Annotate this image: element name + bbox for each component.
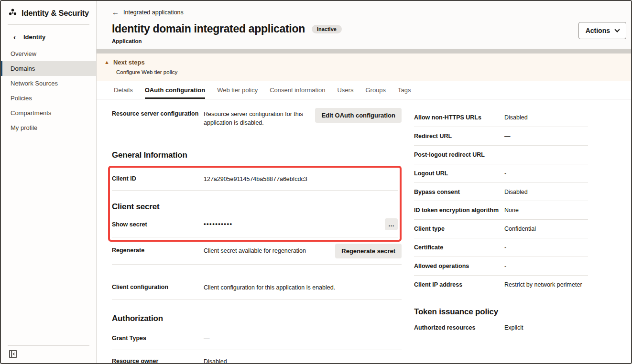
resource-owner-row: Resource owner Disabled — [112, 350, 402, 363]
field-value: Restrict by network perimeter — [504, 281, 582, 289]
client-configuration-row: Client configuration Client configuratio… — [112, 276, 402, 299]
banner-title: Next steps — [113, 59, 145, 66]
tab-web-tier-policy[interactable]: Web tier policy — [217, 81, 258, 99]
client-id-value: 127a2905e9114574ba58877a6ebfcdc3 — [204, 175, 307, 183]
back-arrow-icon: ← — [112, 9, 119, 16]
tab-bar: Details OAuth configuration Web tier pol… — [97, 81, 631, 99]
tab-oauth-configuration[interactable]: OAuth configuration — [145, 81, 205, 99]
header-shadow-strip — [97, 49, 631, 54]
field-label: Resource owner — [112, 357, 204, 363]
tab-users[interactable]: Users — [337, 81, 353, 99]
collapse-sidebar-button[interactable] — [1, 346, 17, 360]
sidebar-item-policies[interactable]: Policies — [1, 91, 96, 106]
actions-label: Actions — [586, 27, 610, 34]
field-label: Allow non-HTTPS URLs — [414, 114, 504, 122]
field-label: Post-logout redirect URL — [414, 151, 504, 159]
field-label: Resource server configuration — [112, 110, 204, 118]
field-label: Client type — [414, 225, 504, 233]
field-value: Resource server configuration for this a… — [204, 110, 315, 127]
banner-message[interactable]: Configure Web tier policy — [116, 69, 631, 75]
oauth-details-column: Allow non-HTTPS URLs Disabled Redirect U… — [414, 99, 588, 363]
id-token-encryption-row: ID token encryption algorithm None — [414, 201, 588, 220]
main-area: ← Integrated applications Identity domai… — [97, 1, 631, 363]
tab-groups[interactable]: Groups — [365, 81, 386, 99]
tab-content: Resource server configuration Resource s… — [97, 99, 631, 363]
sidebar-footer — [1, 345, 96, 363]
post-logout-redirect-url-row: Post-logout redirect URL — — [414, 146, 588, 164]
field-label: Client ID — [112, 175, 204, 183]
allow-non-https-row: Allow non-HTTPS URLs Disabled — [414, 104, 588, 127]
field-label: Grant Types — [112, 334, 204, 343]
field-value: — — [504, 151, 511, 159]
breadcrumb-label: Integrated applications — [123, 9, 184, 16]
sidebar-item-compartments[interactable]: Compartments — [1, 106, 96, 120]
sidebar-item-my-profile[interactable]: My profile — [1, 120, 96, 135]
client-id-row: Client ID 127a2905e9114574ba58877a6ebfcd… — [112, 168, 398, 191]
field-label: Certificate — [414, 244, 504, 252]
masked-secret-value: •••••••••• — [204, 221, 233, 227]
regenerate-secret-button[interactable]: Regenerate secret — [335, 244, 402, 258]
logout-url-row: Logout URL - — [414, 164, 588, 183]
authorization-heading: Authorization — [112, 314, 402, 323]
show-secret-row: Show secret •••••••••• … — [112, 214, 398, 237]
allowed-operations-row: Allowed operations - — [414, 257, 588, 276]
field-label: Client IP address — [414, 281, 504, 289]
authorized-resources-row: Authorized resources Explicit — [414, 319, 588, 337]
token-issuance-policy-heading: Token issuance policy — [414, 307, 588, 317]
field-label: ID token encryption algorithm — [414, 206, 504, 214]
field-value: None — [504, 206, 519, 214]
field-value: Explicit — [504, 324, 523, 332]
tab-tags[interactable]: Tags — [398, 81, 411, 99]
field-value: - — [504, 244, 506, 252]
field-value: - — [504, 262, 506, 270]
field-label: Show secret — [112, 221, 204, 229]
field-label: Logout URL — [414, 170, 504, 178]
sidebar-header: Identity & Security — [1, 1, 96, 24]
tab-details[interactable]: Details — [114, 81, 133, 99]
client-secret-heading: Client secret — [112, 202, 398, 212]
chevron-down-icon — [614, 27, 620, 32]
next-steps-banner: ▲ Next steps Configure Web tier policy — [97, 54, 631, 81]
annotation-highlight-box: Client ID 127a2905e9114574ba58877a6ebfcd… — [108, 166, 402, 242]
grant-types-row: Grant Types — — [112, 327, 402, 350]
field-value: Confidential — [504, 225, 536, 233]
nav-back-identity[interactable]: ‹ Identity — [1, 25, 96, 46]
sidebar-item-overview[interactable]: Overview — [1, 46, 96, 61]
regenerate-row: Regenerate Client secret available for r… — [112, 242, 402, 265]
field-label: Client configuration — [112, 283, 204, 292]
sidebar-item-domains[interactable]: Domains — [1, 61, 96, 76]
field-value: Client configuration for this applicatio… — [204, 283, 335, 292]
chevron-left-icon: ‹ — [13, 33, 16, 41]
page-title: Identity domain integrated application — [112, 22, 305, 35]
page-subtitle: Application — [112, 38, 623, 44]
general-information-heading: General Information — [112, 150, 402, 160]
actions-button[interactable]: Actions — [578, 22, 626, 39]
breadcrumb[interactable]: ← Integrated applications — [112, 9, 184, 16]
identity-security-icon — [8, 8, 17, 18]
show-secret-more-button[interactable]: … — [385, 218, 398, 230]
field-value: Disabled — [504, 188, 528, 196]
sidebar-title: Identity & Security — [22, 9, 89, 18]
field-value: Disabled — [504, 114, 528, 122]
collapse-panel-icon — [9, 352, 17, 359]
redirect-url-row: Redirect URL — — [414, 127, 588, 146]
bypass-consent-row: Bypass consent Disabled — [414, 183, 588, 202]
tab-consent-information[interactable]: Consent information — [270, 81, 325, 99]
field-label: Authorized resources — [414, 324, 504, 332]
field-label: Allowed operations — [414, 262, 504, 270]
sidebar: Identity & Security ‹ Identity Overview … — [1, 1, 97, 363]
client-ip-address-row: Client IP address Restrict by network pe… — [414, 276, 588, 294]
sidebar-nav: Overview Domains Network Sources Policie… — [1, 46, 96, 135]
field-value: — — [204, 334, 210, 343]
app-window: Identity & Security ‹ Identity Overview … — [0, 0, 632, 364]
status-badge: Inactive — [312, 25, 342, 33]
field-value: Disabled — [204, 357, 227, 363]
nav-back-label: Identity — [23, 33, 45, 41]
page-header: ← Integrated applications Identity domai… — [97, 1, 631, 49]
oauth-config-column: Resource server configuration Resource s… — [112, 99, 402, 363]
resource-server-configuration-row: Resource server configuration Resource s… — [112, 99, 402, 134]
warning-icon: ▲ — [104, 60, 109, 65]
field-label: Regenerate — [112, 246, 204, 255]
sidebar-item-network-sources[interactable]: Network Sources — [1, 76, 96, 91]
edit-oauth-configuration-button[interactable]: Edit OAuth configuration — [315, 108, 402, 123]
